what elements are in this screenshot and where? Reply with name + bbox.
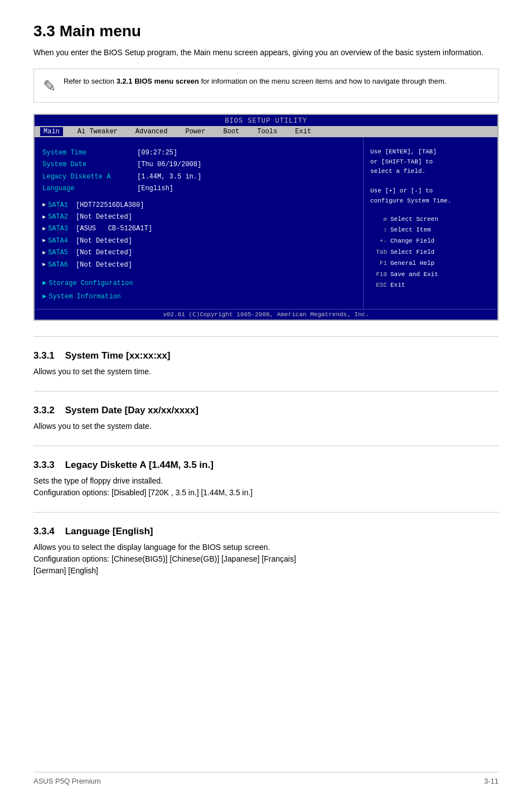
section-333-num: 3.3.3 xyxy=(33,460,55,470)
sata2-value: [Not Detected] xyxy=(76,211,132,223)
sata4-value: [Not Detected] xyxy=(76,235,132,247)
key-desc-tab: Select Field xyxy=(390,247,434,258)
system-info-arrow: ► xyxy=(42,291,46,302)
sata1-label: SATA1 xyxy=(48,200,68,211)
key-sym-tab: Tab xyxy=(370,247,387,258)
key-sym-f1: F1 xyxy=(370,258,387,269)
sata3-label: SATA3 xyxy=(48,223,68,234)
bios-menu-exit[interactable]: Exit xyxy=(292,127,315,136)
storage-config-row[interactable]: ► Storage Configuration xyxy=(42,278,355,289)
field-legacy-diskette-value: [1.44M, 3.5 in.] xyxy=(137,171,201,182)
key-sym-item: ↕ xyxy=(370,225,387,236)
key-sym-change: +- xyxy=(370,236,387,247)
section-331-heading: 3.3.1 System Time [xx:xx:xx] xyxy=(33,350,499,361)
note-bold: 3.2.1 BIOS menu screen xyxy=(117,77,199,85)
bios-menu-advanced[interactable]: Advanced xyxy=(132,127,171,136)
bios-menu-boot[interactable]: Boot xyxy=(220,127,243,136)
sata4-arrow: ► xyxy=(42,236,46,245)
key-desc-f1: General Help xyxy=(390,258,434,269)
sata5-value: [Not Detected] xyxy=(76,247,132,258)
section-333-title: Legacy Diskette A [1.44M, 3.5 in.] xyxy=(65,460,214,470)
sata3-arrow: ► xyxy=(42,224,46,234)
bios-footer: v02.61 (C)Copyright 1985-2008, American … xyxy=(35,309,497,320)
bios-menu-aitweaker[interactable]: Ai Tweaker xyxy=(74,127,121,136)
key-desc-change: Change Field xyxy=(390,236,434,247)
bios-menu-main[interactable]: Main xyxy=(40,127,63,136)
sata6-row[interactable]: ► SATA6 [Not Detected] xyxy=(42,259,355,270)
page-title: 3.3 Main menu xyxy=(33,22,499,40)
key-row-f1: F1 General Help xyxy=(370,258,491,269)
section-332-heading: 3.3.2 System Date [Day xx/xx/xxxx] xyxy=(33,405,499,416)
storage-config-label: Storage Configuration xyxy=(49,278,133,289)
key-desc-screen: Select Screen xyxy=(390,214,438,225)
sata5-arrow: ► xyxy=(42,248,46,258)
section-333-heading: 3.3.3 Legacy Diskette A [1.44M, 3.5 in.] xyxy=(33,460,499,471)
note-icon: ✎ xyxy=(43,77,56,95)
sata4-row[interactable]: ► SATA4 [Not Detected] xyxy=(42,235,355,247)
note-text-after: for information on the menu screen items… xyxy=(199,77,447,85)
bios-title-bar: BIOS SETUP UTILITY xyxy=(35,115,497,126)
section-334-desc: Allows you to select the display languag… xyxy=(33,542,499,577)
sata6-label: SATA6 xyxy=(48,259,68,270)
field-system-time-label: System Time xyxy=(42,147,132,158)
section-334-num: 3.3.4 xyxy=(33,526,55,537)
field-system-date-value: [Thu 06/19/2008] xyxy=(137,159,201,170)
bios-menu-power[interactable]: Power xyxy=(182,127,209,136)
sata4-label: SATA4 xyxy=(48,235,68,247)
key-sym-esc: ESC xyxy=(370,280,387,291)
bios-content: System Time [09:27:25] System Date [Thu … xyxy=(35,137,497,309)
bios-key-legend: ⇄ Select Screen ↕ Select Item +- Change … xyxy=(370,214,491,292)
sata3-row[interactable]: ► SATA3 [ASUS CB-5126A1T] xyxy=(42,223,355,234)
field-system-date-label: System Date xyxy=(42,159,132,170)
divider-4 xyxy=(33,512,499,513)
key-row-change: +- Change Field xyxy=(370,236,491,247)
bios-menu-bar[interactable]: Main Ai Tweaker Advanced Power Boot Tool… xyxy=(35,126,497,137)
field-language-label: Language xyxy=(42,183,132,194)
sata5-row[interactable]: ► SATA5 [Not Detected] xyxy=(42,247,355,258)
section-334-heading: 3.3.4 Language [English] xyxy=(33,526,499,537)
field-system-time-value: [09:27:25] xyxy=(137,147,177,158)
footer-left: ASUS P5Q Premium xyxy=(33,777,101,785)
key-row-item: ↕ Select Item xyxy=(370,225,491,236)
section-331-num: 3.3.1 xyxy=(33,350,55,361)
bios-screen: BIOS SETUP UTILITY Main Ai Tweaker Advan… xyxy=(33,114,499,321)
key-row-f10: F10 Save and Exit xyxy=(370,269,491,281)
field-language[interactable]: Language [English] xyxy=(42,183,355,194)
key-desc-f10: Save and Exit xyxy=(390,269,438,281)
bios-menu-tools[interactable]: Tools xyxy=(254,127,280,136)
storage-config-arrow: ► xyxy=(42,278,46,289)
key-desc-esc: Exit xyxy=(390,280,405,291)
sata2-label: SATA2 xyxy=(48,211,68,223)
sata1-value: [HDT722516DLA380] xyxy=(76,200,144,211)
bios-help-text: Use [ENTER], [TAB] or [SHIFT-TAB] to sel… xyxy=(370,147,491,206)
key-row-screen: ⇄ Select Screen xyxy=(370,214,491,225)
sata5-label: SATA5 xyxy=(48,247,68,258)
section-332-desc: Allows you to set the system date. xyxy=(33,421,499,432)
sata3-value: [ASUS CB-5126A1T] xyxy=(76,223,152,234)
field-legacy-diskette[interactable]: Legacy Diskette A [1.44M, 3.5 in.] xyxy=(42,171,355,182)
divider-3 xyxy=(33,446,499,446)
sata2-row[interactable]: ► SATA2 [Not Detected] xyxy=(42,211,355,223)
system-info-row[interactable]: ► System Information xyxy=(42,291,355,302)
sata1-arrow: ► xyxy=(42,200,46,210)
section-332-num: 3.3.2 xyxy=(33,405,55,416)
section-331-desc: Allows you to set the system time. xyxy=(33,366,499,378)
footer-right: 3-11 xyxy=(484,777,499,785)
section-332-title: System Date [Day xx/xx/xxxx] xyxy=(65,405,199,416)
bios-right-panel: Use [ENTER], [TAB] or [SHIFT-TAB] to sel… xyxy=(364,137,497,309)
field-system-date[interactable]: System Date [Thu 06/19/2008] xyxy=(42,159,355,170)
note-text: Refer to section 3.2.1 BIOS menu screen … xyxy=(64,76,446,88)
field-language-value: [English] xyxy=(137,183,173,194)
intro-text: When you enter the BIOS Setup program, t… xyxy=(33,47,499,59)
section-334-title: Language [English] xyxy=(65,526,153,537)
section-333-desc: Sets the type of floppy drive installed.… xyxy=(33,475,499,499)
section-331-title: System Time [xx:xx:xx] xyxy=(65,350,171,361)
note-text-before: Refer to section xyxy=(64,77,117,85)
field-system-time[interactable]: System Time [09:27:25] xyxy=(42,147,355,158)
key-row-esc: ESC Exit xyxy=(370,280,491,291)
sata1-row[interactable]: ► SATA1 [HDT722516DLA380] xyxy=(42,200,355,211)
key-desc-item: Select Item xyxy=(390,225,431,236)
sata6-arrow: ► xyxy=(42,260,46,269)
bios-left-panel: System Time [09:27:25] System Date [Thu … xyxy=(35,137,364,309)
key-row-tab: Tab Select Field xyxy=(370,247,491,258)
